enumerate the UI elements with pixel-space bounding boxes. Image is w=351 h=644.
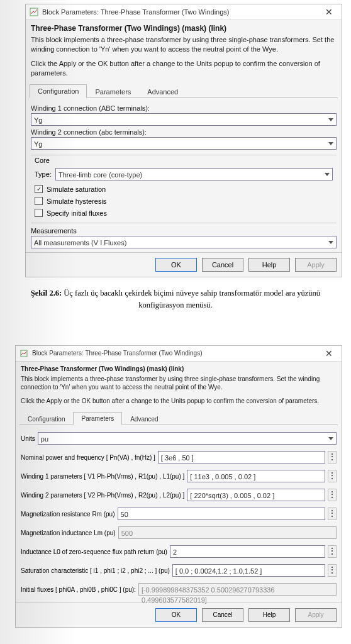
ok-button[interactable]: OK [155, 608, 197, 622]
simulate-hysteresis-row[interactable]: Simulate hysteresis [31, 195, 337, 207]
configuration-panel: Winding 1 connection (ABC terminals): Yg… [26, 98, 342, 252]
simulate-hysteresis-label: Simulate hysteresis [47, 197, 106, 205]
mask-header: Three-Phase Transformer (Two Windings) (… [26, 20, 342, 34]
checkbox-checked-icon[interactable]: ✓ [35, 185, 43, 193]
description-1: This block implements a three-phase tran… [26, 34, 342, 58]
l0-field[interactable]: 2 [170, 545, 325, 558]
action-button-icon[interactable]: ⋮ [328, 564, 337, 577]
close-icon[interactable]: ✕ [320, 348, 338, 358]
specify-initial-fluxes-row[interactable]: Specify initial fluxes [31, 207, 337, 219]
window-title: Block Parameters: Three-Phase Transforme… [32, 350, 320, 357]
action-button-icon[interactable]: ⋮ [328, 545, 337, 558]
winding2-label: Winding 2 connection (abc terminals): [31, 126, 337, 137]
l0-label: Inductance L0 of zero-sequence flux path… [21, 548, 167, 555]
saturation-field[interactable]: [ 0,0 ; 0.0024,1.2 ; 1.0,1.52 ] [172, 564, 325, 577]
checkbox-unchecked-icon[interactable] [35, 197, 43, 205]
initial-fluxes-field: [-0.999899848375352 0.500296270793336 0.… [138, 583, 337, 596]
simulate-saturation-row[interactable]: ✓ Simulate saturation [31, 183, 337, 195]
titlebar: Block Parameters: Three-Phase Transforme… [16, 346, 342, 362]
help-button[interactable]: Help [248, 258, 290, 272]
winding1-label: Winding 1 connection (ABC terminals): [31, 102, 337, 113]
core-type-label: Type: [35, 170, 52, 178]
measurements-dropdown[interactable]: All measurements (V I Fluxes) [31, 236, 337, 248]
ok-button[interactable]: OK [155, 258, 197, 272]
rm-field[interactable]: 50 [118, 508, 325, 520]
tab-advanced[interactable]: Advanced [122, 413, 166, 425]
action-button-icon[interactable]: ⋮ [328, 470, 337, 482]
tab-parameters[interactable]: Parameters [73, 412, 122, 425]
tab-strip: Configuration Parameters Advanced [20, 411, 338, 425]
core-group-title: Core [31, 155, 337, 165]
help-button[interactable]: Help [248, 608, 290, 622]
units-label: Units [21, 435, 35, 442]
block-parameters-dialog-1: Block Parameters: Three-Phase Transforme… [25, 4, 342, 277]
cancel-button[interactable]: Cancel [202, 258, 243, 272]
lm-label: Magnetization inductance Lm (pu) [21, 530, 116, 536]
action-button-icon[interactable]: ⋮ [328, 451, 337, 464]
tab-advanced[interactable]: Advanced [139, 85, 186, 98]
tab-strip: Configuration Parameters Advanced [30, 84, 338, 98]
action-button-icon[interactable]: ⋮ [328, 508, 337, 520]
button-bar: OK Cancel Help Apply [16, 602, 342, 627]
mask-header: Three-Phase Transformer (Two Windings) (… [16, 362, 342, 374]
window-title: Block Parameters: Three-Phase Transforme… [42, 8, 320, 16]
core-type-dropdown[interactable]: Three-limb core (core-type) [55, 168, 333, 180]
rm-label: Magnetization resistance Rm (pu) [21, 511, 115, 518]
action-button-icon[interactable]: ⋮ [328, 489, 337, 501]
figure-caption-2-6: Şekil 2.6: Üç fazlı üç bacaklı çekirdek … [0, 281, 351, 326]
simulate-saturation-label: Simulate saturation [47, 186, 106, 193]
checkbox-unchecked-icon[interactable] [35, 209, 43, 217]
close-icon[interactable]: ✕ [320, 7, 338, 17]
description-2: Click the Apply or the OK button after a… [26, 58, 342, 82]
winding2-params-field[interactable]: [ 220*sqrt(3) , 0.005 , 0.02 ] [187, 489, 325, 501]
saturation-label: Saturation characteristic [ i1 , phi1 ; … [21, 567, 170, 574]
caption-text-2: konfigürasyon menüsü. [138, 301, 212, 309]
lm-field: 500 [118, 526, 337, 539]
tab-parameters[interactable]: Parameters [87, 85, 139, 98]
parameters-panel: Units pu Nominal power and frequency [ P… [16, 425, 342, 602]
tab-configuration[interactable]: Configuration [30, 84, 87, 98]
tab-configuration[interactable]: Configuration [20, 413, 73, 425]
titlebar: Block Parameters: Three-Phase Transforme… [26, 4, 342, 20]
nominal-power-label: Nominal power and frequency [ Pn(VA) , f… [21, 454, 155, 461]
measurements-label: Measurements [31, 223, 337, 236]
cancel-button[interactable]: Cancel [202, 608, 243, 622]
specify-initial-fluxes-label: Specify initial fluxes [47, 209, 107, 217]
apply-button: Apply [295, 608, 337, 622]
nominal-power-field[interactable]: [ 3e6 , 50 ] [158, 451, 325, 464]
button-bar: OK Cancel Help Apply [26, 252, 342, 277]
winding2-params-label: Winding 2 parameters [ V2 Ph-Ph(Vrms) , … [21, 492, 184, 499]
simulink-icon [30, 8, 38, 16]
units-dropdown[interactable]: pu [38, 432, 337, 445]
winding1-params-field[interactable]: [ 11e3 , 0.005 , 0.02 ] [187, 470, 325, 482]
initial-fluxes-label: Initial fluxes [ phi0A , phi0B , phi0C ]… [21, 586, 136, 593]
description-1: This block implements a three-phase tran… [16, 374, 342, 396]
winding1-dropdown[interactable]: Yg [31, 113, 337, 126]
winding1-params-label: Winding 1 parameters [ V1 Ph-Ph(Vrms) , … [21, 473, 184, 480]
caption-bold: Şekil 2.6: [31, 289, 62, 297]
description-2: Click the Apply or the OK button after a… [16, 396, 342, 409]
block-parameters-dialog-2: Block Parameters: Three-Phase Transforme… [15, 345, 342, 628]
apply-button: Apply [295, 258, 337, 272]
winding2-dropdown[interactable]: Yg [31, 137, 337, 150]
simulink-icon [20, 349, 28, 358]
caption-text-1: Üç fazlı üç bacaklı çekirdek biçimi nüve… [62, 289, 320, 297]
